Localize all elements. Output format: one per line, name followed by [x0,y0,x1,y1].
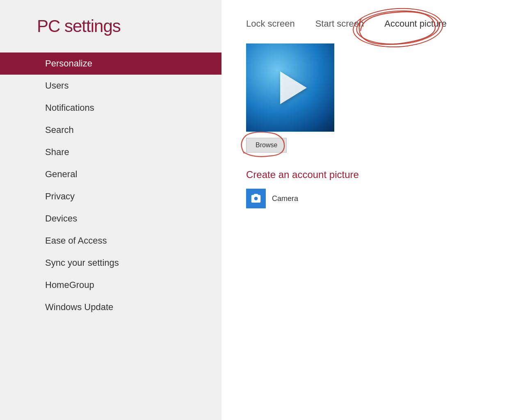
tab-start-screen[interactable]: Start screen [315,16,364,31]
create-account-section: Create an account picture Camera [246,169,500,208]
sidebar-item-privacy[interactable]: Privacy [37,185,221,208]
sidebar-item-devices[interactable]: Devices [37,208,221,230]
sidebar-item-windows-update[interactable]: Windows Update [37,296,221,318]
browse-area: Browse [246,138,287,153]
app-title: PC settings [37,16,221,36]
sidebar: PC settings PersonalizeUsersNotification… [0,0,221,420]
sidebar-item-notifications[interactable]: Notifications [37,97,221,119]
camera-label: Camera [272,194,298,203]
create-section-title: Create an account picture [246,169,500,180]
tab-account-picture[interactable]: Account picture [384,16,447,31]
sidebar-item-ease-of-access[interactable]: Ease of Access [37,230,221,252]
sidebar-item-personalize[interactable]: Personalize [0,52,221,75]
sidebar-item-homegroup[interactable]: HomeGroup [37,274,221,296]
nav-list: PersonalizeUsersNotificationsSearchShare… [37,52,221,318]
sidebar-item-search[interactable]: Search [37,119,221,141]
sidebar-item-share[interactable]: Share [37,141,221,163]
sidebar-item-sync-settings[interactable]: Sync your settings [37,252,221,274]
camera-icon [250,192,262,205]
tabs-container: Lock screen Start screen Account picture [246,16,500,31]
camera-icon-tile [246,189,266,208]
profile-image [246,43,334,132]
sidebar-item-general[interactable]: General [37,163,221,185]
play-icon [280,71,307,104]
account-picture-preview [246,43,334,132]
browse-button[interactable]: Browse [246,138,287,153]
main-content: Lock screen Start screen Account picture… [221,0,525,420]
tab-lock-screen[interactable]: Lock screen [246,16,295,31]
camera-item[interactable]: Camera [246,189,500,208]
sidebar-item-users[interactable]: Users [37,75,221,97]
